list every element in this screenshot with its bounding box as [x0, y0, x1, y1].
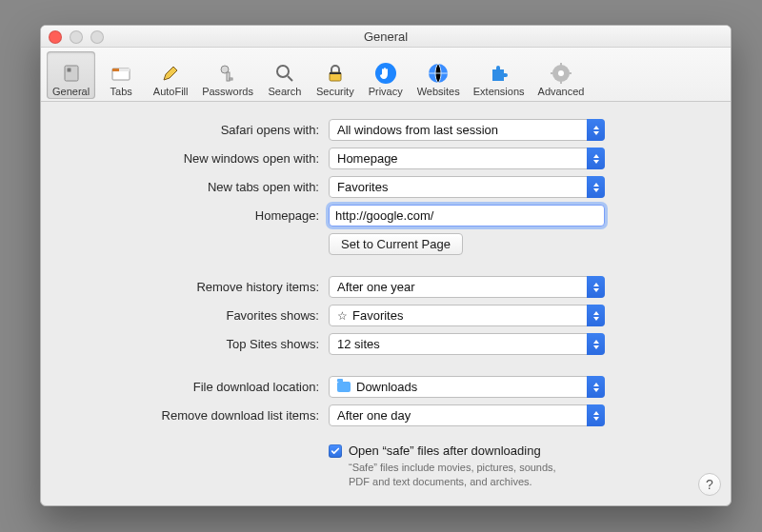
open-safe-files-checkbox[interactable]	[329, 444, 342, 458]
chevron-updown-icon	[587, 376, 605, 398]
svg-point-8	[277, 66, 289, 77]
titlebar[interactable]: General	[41, 26, 731, 48]
remove-history-select[interactable]: After one year	[329, 276, 605, 298]
label-new-windows: New windows open with:	[184, 151, 319, 166]
tab-label: Tabs	[110, 86, 132, 97]
gear-icon	[550, 62, 572, 85]
switch-icon	[60, 62, 83, 85]
key-icon	[216, 62, 239, 85]
label-new-tabs: New tabs open with:	[208, 180, 319, 194]
chevron-updown-icon	[587, 305, 605, 326]
svg-rect-18	[551, 72, 554, 74]
set-current-page-button[interactable]: Set to Current Page	[329, 233, 463, 255]
tab-websites[interactable]: Websites	[411, 51, 466, 99]
select-value: After one day	[337, 408, 411, 423]
top-sites-select[interactable]: 12 sites	[329, 333, 605, 355]
open-safe-files-text: Open “safe” files after downloading “Saf…	[349, 443, 577, 489]
tab-label: Passwords	[202, 86, 253, 97]
hand-icon	[374, 62, 397, 85]
chevron-updown-icon	[587, 276, 605, 298]
puzzle-icon	[488, 62, 511, 85]
tab-tabs[interactable]: Tabs	[97, 51, 145, 99]
lock-icon	[324, 62, 347, 85]
star-icon: ☆	[337, 309, 348, 323]
tab-label: General	[52, 86, 90, 97]
tab-label: Advanced	[538, 86, 585, 97]
select-value: All windows from last session	[337, 123, 498, 137]
minimize-icon	[70, 30, 83, 44]
select-value: After one year	[337, 280, 415, 294]
svg-rect-19	[568, 72, 572, 74]
svg-point-15	[558, 70, 564, 76]
new-tabs-select[interactable]: Favorites	[329, 176, 605, 198]
label-homepage: Homepage:	[255, 208, 319, 223]
tab-search[interactable]: Search	[261, 51, 309, 99]
zoom-icon	[90, 30, 104, 44]
label-remove-downloads: Remove download list items:	[162, 408, 319, 423]
label-favorites-shows: Favorites shows:	[226, 308, 319, 323]
folder-icon	[337, 382, 351, 392]
chevron-updown-icon	[587, 176, 605, 198]
tab-extensions[interactable]: Extensions	[468, 51, 531, 99]
tab-label: Privacy	[369, 86, 403, 97]
tabs-icon	[110, 62, 132, 85]
tab-privacy[interactable]: Privacy	[362, 51, 410, 99]
tab-security[interactable]: Security	[311, 51, 360, 99]
svg-rect-3	[112, 69, 119, 71]
remove-downloads-select[interactable]: After one day	[329, 404, 605, 426]
select-value: Homepage	[337, 151, 398, 166]
help-button[interactable]: ?	[698, 473, 721, 496]
tab-label: Websites	[417, 86, 460, 97]
tab-passwords[interactable]: Passwords	[196, 51, 259, 99]
svg-rect-4	[119, 69, 130, 71]
close-icon[interactable]	[49, 30, 62, 44]
svg-rect-0	[65, 66, 78, 81]
checkbox-label: Open “safe” files after downloading	[349, 443, 577, 458]
select-value: Downloads	[356, 380, 417, 394]
chevron-updown-icon	[587, 119, 605, 141]
label-safari-opens: Safari opens with:	[221, 123, 319, 137]
safari-opens-select[interactable]: All windows from last session	[329, 119, 605, 141]
toolbar: General Tabs AutoFill Passwords Search	[41, 48, 731, 102]
label-remove-history: Remove history items:	[196, 280, 319, 294]
svg-rect-16	[560, 63, 562, 67]
tab-label: Extensions	[473, 86, 525, 97]
svg-rect-11	[330, 72, 341, 74]
select-value: Favorites	[352, 308, 403, 323]
homepage-field[interactable]	[329, 205, 605, 227]
window-title: General	[364, 30, 408, 44]
svg-line-9	[288, 76, 292, 81]
select-value: Favorites	[337, 180, 388, 194]
new-windows-select[interactable]: Homepage	[329, 148, 605, 169]
search-icon	[273, 62, 296, 85]
globe-icon	[427, 62, 450, 85]
tab-label: Security	[316, 86, 354, 97]
chevron-updown-icon	[587, 148, 605, 169]
checkbox-description: “Safe” files include movies, pictures, s…	[349, 461, 577, 489]
svg-rect-7	[230, 78, 232, 80]
favorites-shows-select[interactable]: ☆ Favorites	[329, 305, 605, 326]
preferences-window: General General Tabs AutoFill Passwords	[40, 25, 732, 506]
select-value: 12 sites	[337, 337, 380, 351]
tab-label: AutoFill	[153, 86, 189, 97]
chevron-updown-icon	[587, 404, 605, 426]
download-location-select[interactable]: Downloads	[329, 376, 605, 398]
tab-general[interactable]: General	[47, 51, 95, 99]
pencil-icon	[159, 62, 182, 85]
chevron-updown-icon	[587, 333, 605, 355]
svg-rect-1	[67, 69, 70, 72]
label-top-sites: Top Sites shows:	[226, 337, 319, 351]
label-download-loc: File download location:	[193, 380, 319, 394]
svg-rect-17	[560, 80, 562, 84]
body: Safari opens with: All windows from last…	[41, 102, 731, 505]
tab-autofill[interactable]: AutoFill	[147, 51, 194, 99]
tab-label: Search	[269, 86, 302, 97]
help-icon: ?	[706, 477, 713, 492]
tab-advanced[interactable]: Advanced	[532, 51, 591, 99]
